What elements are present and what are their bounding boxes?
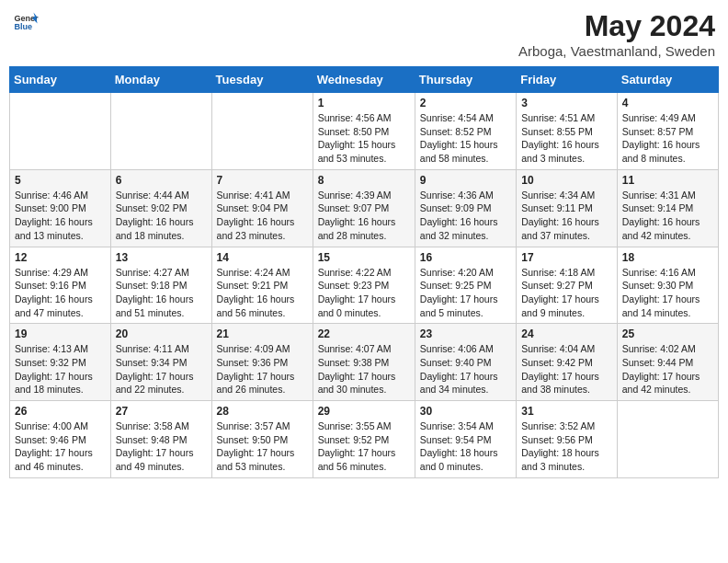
day-number: 4 [622, 97, 713, 109]
calendar-cell-3-1: 12Sunrise: 4:29 AM Sunset: 9:16 PM Dayli… [10, 247, 111, 324]
calendar-cell-2-5: 9Sunrise: 4:36 AM Sunset: 9:09 PM Daylig… [415, 169, 516, 247]
cell-content: Sunrise: 4:00 AM Sunset: 9:46 PM Dayligh… [15, 419, 106, 474]
title-location: Arboga, Vaestmanland, Sweden [518, 43, 715, 59]
day-number: 19 [15, 327, 106, 340]
week-row-4: 19Sunrise: 4:13 AM Sunset: 9:32 PM Dayli… [10, 324, 719, 401]
day-number: 6 [116, 174, 207, 187]
calendar-cell-2-2: 6Sunrise: 4:44 AM Sunset: 9:02 PM Daylig… [110, 169, 211, 247]
calendar-cell-5-2: 27Sunrise: 3:58 AM Sunset: 9:48 PM Dayli… [110, 401, 211, 478]
calendar-cell-5-4: 29Sunrise: 3:55 AM Sunset: 9:52 PM Dayli… [313, 401, 415, 478]
day-number: 23 [420, 327, 511, 340]
cell-content: Sunrise: 4:09 AM Sunset: 9:36 PM Dayligh… [217, 342, 308, 396]
header-monday: Monday [110, 67, 211, 93]
cell-content: Sunrise: 3:57 AM Sunset: 9:50 PM Dayligh… [217, 419, 308, 474]
calendar-cell-2-6: 10Sunrise: 4:34 AM Sunset: 9:11 PM Dayli… [517, 169, 618, 247]
day-number: 1 [318, 97, 410, 109]
logo-icon: General Blue [13, 9, 39, 35]
calendar-cell-4-4: 22Sunrise: 4:07 AM Sunset: 9:38 PM Dayli… [313, 324, 415, 401]
week-row-1: 1Sunrise: 4:56 AM Sunset: 8:50 PM Daylig… [10, 93, 719, 170]
header-tuesday: Tuesday [211, 67, 313, 93]
day-number: 20 [116, 327, 207, 340]
cell-content: Sunrise: 4:31 AM Sunset: 9:14 PM Dayligh… [622, 189, 713, 243]
day-number: 2 [420, 97, 511, 109]
cell-content: Sunrise: 4:22 AM Sunset: 9:23 PM Dayligh… [318, 266, 410, 320]
calendar-cell-2-7: 11Sunrise: 4:31 AM Sunset: 9:14 PM Dayli… [617, 169, 718, 247]
header-friday: Friday [517, 67, 618, 93]
cell-content: Sunrise: 4:41 AM Sunset: 9:04 PM Dayligh… [217, 189, 308, 243]
calendar-cell-1-5: 2Sunrise: 4:54 AM Sunset: 8:52 PM Daylig… [415, 93, 516, 170]
calendar-cell-4-3: 21Sunrise: 4:09 AM Sunset: 9:36 PM Dayli… [211, 324, 313, 401]
week-row-3: 12Sunrise: 4:29 AM Sunset: 9:16 PM Dayli… [10, 247, 719, 324]
cell-content: Sunrise: 4:27 AM Sunset: 9:18 PM Dayligh… [116, 266, 207, 320]
cell-content: Sunrise: 4:11 AM Sunset: 9:34 PM Dayligh… [116, 342, 207, 396]
cell-content: Sunrise: 3:55 AM Sunset: 9:52 PM Dayligh… [318, 419, 410, 474]
calendar-cell-2-1: 5Sunrise: 4:46 AM Sunset: 9:00 PM Daylig… [10, 169, 111, 247]
day-number: 8 [318, 174, 410, 187]
calendar-cell-5-7 [617, 401, 718, 478]
calendar-cell-1-1 [10, 93, 111, 170]
week-row-2: 5Sunrise: 4:46 AM Sunset: 9:00 PM Daylig… [10, 169, 719, 247]
cell-content: Sunrise: 4:07 AM Sunset: 9:38 PM Dayligh… [318, 342, 410, 396]
calendar-cell-4-7: 25Sunrise: 4:02 AM Sunset: 9:44 PM Dayli… [617, 324, 718, 401]
cell-content: Sunrise: 3:58 AM Sunset: 9:48 PM Dayligh… [116, 419, 207, 474]
logo: General Blue [13, 9, 39, 35]
header-sunday: Sunday [10, 67, 111, 93]
calendar-cell-1-4: 1Sunrise: 4:56 AM Sunset: 8:50 PM Daylig… [313, 93, 415, 170]
cell-content: Sunrise: 4:56 AM Sunset: 8:50 PM Dayligh… [318, 111, 410, 166]
day-number: 22 [318, 327, 410, 340]
calendar-cell-3-3: 14Sunrise: 4:24 AM Sunset: 9:21 PM Dayli… [211, 247, 313, 324]
calendar-cell-1-3 [211, 93, 313, 170]
day-number: 9 [420, 174, 511, 187]
calendar-cell-5-3: 28Sunrise: 3:57 AM Sunset: 9:50 PM Dayli… [211, 401, 313, 478]
day-number: 24 [521, 327, 612, 340]
day-number: 14 [217, 251, 308, 264]
cell-content: Sunrise: 4:18 AM Sunset: 9:27 PM Dayligh… [521, 266, 612, 320]
cell-content: Sunrise: 4:13 AM Sunset: 9:32 PM Dayligh… [15, 342, 106, 396]
header-row: Sunday Monday Tuesday Wednesday Thursday… [10, 67, 719, 93]
cell-content: Sunrise: 4:24 AM Sunset: 9:21 PM Dayligh… [217, 266, 308, 320]
cell-content: Sunrise: 4:39 AM Sunset: 9:07 PM Dayligh… [318, 189, 410, 243]
page-header: General Blue May 2024 Arboga, Vaestmanla… [9, 9, 719, 59]
header-saturday: Saturday [617, 67, 718, 93]
day-number: 11 [622, 174, 713, 187]
cell-content: Sunrise: 4:51 AM Sunset: 8:55 PM Dayligh… [521, 111, 612, 166]
cell-content: Sunrise: 4:04 AM Sunset: 9:42 PM Dayligh… [521, 342, 612, 396]
calendar-cell-2-4: 8Sunrise: 4:39 AM Sunset: 9:07 PM Daylig… [313, 169, 415, 247]
svg-text:Blue: Blue [14, 22, 32, 31]
day-number: 17 [521, 251, 612, 264]
day-number: 18 [622, 251, 713, 264]
calendar-cell-4-5: 23Sunrise: 4:06 AM Sunset: 9:40 PM Dayli… [415, 324, 516, 401]
calendar-cell-5-1: 26Sunrise: 4:00 AM Sunset: 9:46 PM Dayli… [10, 401, 111, 478]
title-block: May 2024 Arboga, Vaestmanland, Sweden [518, 9, 715, 59]
cell-content: Sunrise: 4:02 AM Sunset: 9:44 PM Dayligh… [622, 342, 713, 396]
calendar-cell-4-1: 19Sunrise: 4:13 AM Sunset: 9:32 PM Dayli… [10, 324, 111, 401]
calendar-cell-3-2: 13Sunrise: 4:27 AM Sunset: 9:18 PM Dayli… [110, 247, 211, 324]
day-number: 13 [116, 251, 207, 264]
week-row-5: 26Sunrise: 4:00 AM Sunset: 9:46 PM Dayli… [10, 401, 719, 478]
calendar-cell-1-6: 3Sunrise: 4:51 AM Sunset: 8:55 PM Daylig… [517, 93, 618, 170]
calendar-cell-5-6: 31Sunrise: 3:52 AM Sunset: 9:56 PM Dayli… [517, 401, 618, 478]
calendar-cell-5-5: 30Sunrise: 3:54 AM Sunset: 9:54 PM Dayli… [415, 401, 516, 478]
day-number: 27 [116, 405, 207, 418]
day-number: 31 [521, 405, 612, 418]
calendar-cell-3-5: 16Sunrise: 4:20 AM Sunset: 9:25 PM Dayli… [415, 247, 516, 324]
calendar-cell-2-3: 7Sunrise: 4:41 AM Sunset: 9:04 PM Daylig… [211, 169, 313, 247]
cell-content: Sunrise: 4:49 AM Sunset: 8:57 PM Dayligh… [622, 111, 713, 166]
day-number: 7 [217, 174, 308, 187]
day-number: 5 [15, 174, 106, 187]
day-number: 10 [521, 174, 612, 187]
day-number: 30 [420, 405, 511, 418]
cell-content: Sunrise: 4:44 AM Sunset: 9:02 PM Dayligh… [116, 189, 207, 243]
day-number: 25 [622, 327, 713, 340]
title-month: May 2024 [518, 9, 715, 43]
cell-content: Sunrise: 4:46 AM Sunset: 9:00 PM Dayligh… [15, 189, 106, 243]
day-number: 3 [521, 97, 612, 109]
day-number: 29 [318, 405, 410, 418]
calendar-cell-3-4: 15Sunrise: 4:22 AM Sunset: 9:23 PM Dayli… [313, 247, 415, 324]
cell-content: Sunrise: 4:06 AM Sunset: 9:40 PM Dayligh… [420, 342, 511, 396]
calendar-cell-3-6: 17Sunrise: 4:18 AM Sunset: 9:27 PM Dayli… [517, 247, 618, 324]
day-number: 15 [318, 251, 410, 264]
day-number: 21 [217, 327, 308, 340]
cell-content: Sunrise: 4:20 AM Sunset: 9:25 PM Dayligh… [420, 266, 511, 320]
cell-content: Sunrise: 4:16 AM Sunset: 9:30 PM Dayligh… [622, 266, 713, 320]
